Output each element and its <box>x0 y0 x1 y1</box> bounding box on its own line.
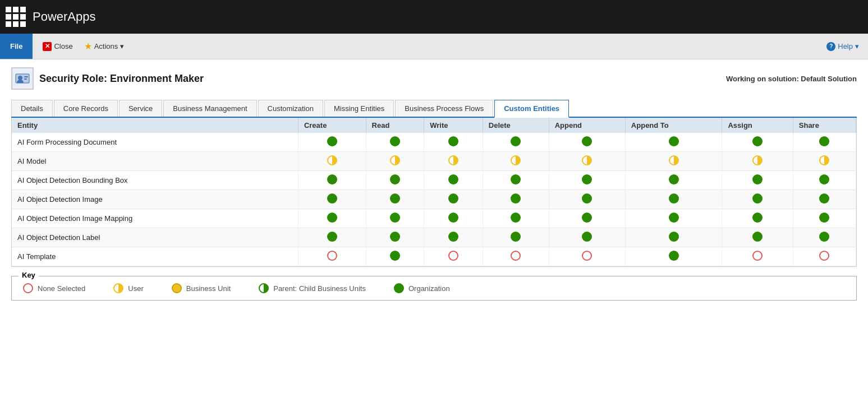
perm-cell[interactable] <box>549 209 625 228</box>
permission-dot[interactable] <box>390 174 400 184</box>
perm-cell[interactable] <box>366 171 424 190</box>
permission-dot[interactable] <box>511 174 521 184</box>
tab-core-records[interactable]: Core Records <box>54 100 118 117</box>
permission-dot[interactable] <box>23 283 33 293</box>
perm-cell[interactable] <box>722 133 793 152</box>
permission-dot[interactable] <box>448 232 458 242</box>
permission-dot[interactable] <box>669 155 679 165</box>
perm-cell[interactable] <box>793 133 856 152</box>
permission-dot[interactable] <box>752 213 763 223</box>
permission-dot[interactable] <box>259 283 269 293</box>
perm-cell[interactable] <box>625 171 722 190</box>
perm-cell[interactable] <box>366 190 424 209</box>
perm-cell[interactable] <box>298 171 366 190</box>
perm-cell[interactable] <box>298 247 366 266</box>
perm-cell[interactable] <box>424 209 483 228</box>
permission-dot[interactable] <box>669 174 679 184</box>
permission-dot[interactable] <box>394 283 404 293</box>
permission-dot[interactable] <box>669 251 679 261</box>
tab-business-process-flows[interactable]: Business Process Flows <box>395 100 493 117</box>
permission-dot[interactable] <box>511 193 521 204</box>
tab-custom-entities[interactable]: Custom Entities <box>494 100 569 118</box>
perm-cell[interactable] <box>483 209 549 228</box>
tab-missing-entities[interactable]: Missing Entities <box>324 100 394 117</box>
perm-cell[interactable] <box>298 133 366 152</box>
perm-cell[interactable] <box>366 247 424 266</box>
tab-details[interactable]: Details <box>11 100 53 117</box>
perm-cell[interactable] <box>793 228 856 247</box>
perm-cell[interactable] <box>625 152 722 171</box>
permission-dot[interactable] <box>669 136 679 146</box>
perm-cell[interactable] <box>424 247 483 266</box>
permission-dot[interactable] <box>327 193 337 204</box>
perm-cell[interactable] <box>722 228 793 247</box>
perm-cell[interactable] <box>424 228 483 247</box>
tab-business-management[interactable]: Business Management <box>163 100 256 117</box>
permission-dot[interactable] <box>448 193 458 204</box>
perm-cell[interactable] <box>625 228 722 247</box>
perm-cell[interactable] <box>625 247 722 266</box>
permission-dot[interactable] <box>819 232 829 242</box>
perm-cell[interactable] <box>722 171 793 190</box>
actions-button[interactable]: ★ Actions ▾ <box>79 39 130 54</box>
perm-cell[interactable] <box>483 171 549 190</box>
permission-dot[interactable] <box>819 251 829 261</box>
perm-cell[interactable] <box>424 171 483 190</box>
perm-cell[interactable] <box>366 209 424 228</box>
permission-dot[interactable] <box>669 213 679 223</box>
perm-cell[interactable] <box>366 133 424 152</box>
permission-dot[interactable] <box>390 251 400 261</box>
permission-dot[interactable] <box>511 155 521 165</box>
file-button[interactable]: File <box>0 34 33 59</box>
apps-grid-icon[interactable] <box>6 7 26 27</box>
perm-cell[interactable] <box>793 152 856 171</box>
permission-dot[interactable] <box>327 136 337 146</box>
permission-dot[interactable] <box>752 251 763 261</box>
permission-dot[interactable] <box>390 155 400 165</box>
tab-service[interactable]: Service <box>119 100 162 117</box>
permission-dot[interactable] <box>819 193 829 204</box>
permission-dot[interactable] <box>669 193 679 204</box>
permission-dot[interactable] <box>752 155 763 165</box>
permission-dot[interactable] <box>819 174 829 184</box>
perm-cell[interactable] <box>424 133 483 152</box>
permission-dot[interactable] <box>172 283 182 293</box>
permission-dot[interactable] <box>819 213 829 223</box>
perm-cell[interactable] <box>424 190 483 209</box>
permission-dot[interactable] <box>390 136 400 146</box>
permission-dot[interactable] <box>327 232 337 242</box>
perm-cell[interactable] <box>483 133 549 152</box>
perm-cell[interactable] <box>483 190 549 209</box>
permission-dot[interactable] <box>582 155 592 165</box>
permission-dot[interactable] <box>582 232 592 242</box>
perm-cell[interactable] <box>793 171 856 190</box>
permission-dot[interactable] <box>390 232 400 242</box>
perm-cell[interactable] <box>549 133 625 152</box>
perm-cell[interactable] <box>722 247 793 266</box>
perm-cell[interactable] <box>366 228 424 247</box>
perm-cell[interactable] <box>424 152 483 171</box>
permission-dot[interactable] <box>327 251 337 261</box>
permission-dot[interactable] <box>448 251 458 261</box>
permission-dot[interactable] <box>752 174 763 184</box>
perm-cell[interactable] <box>549 247 625 266</box>
permission-dot[interactable] <box>511 251 521 261</box>
perm-cell[interactable] <box>298 209 366 228</box>
perm-cell[interactable] <box>483 228 549 247</box>
perm-cell[interactable] <box>793 247 856 266</box>
perm-cell[interactable] <box>722 152 793 171</box>
permission-dot[interactable] <box>582 136 592 146</box>
permission-dot[interactable] <box>327 174 337 184</box>
perm-cell[interactable] <box>722 190 793 209</box>
permission-dot[interactable] <box>582 251 592 261</box>
perm-cell[interactable] <box>549 190 625 209</box>
perm-cell[interactable] <box>549 152 625 171</box>
permission-dot[interactable] <box>327 213 337 223</box>
perm-cell[interactable] <box>549 171 625 190</box>
permission-dot[interactable] <box>819 136 829 146</box>
perm-cell[interactable] <box>483 247 549 266</box>
table-wrapper[interactable]: EntityCreateReadWriteDeleteAppendAppend … <box>11 118 857 267</box>
permission-dot[interactable] <box>669 232 679 242</box>
permission-dot[interactable] <box>390 213 400 223</box>
permission-dot[interactable] <box>582 193 592 204</box>
